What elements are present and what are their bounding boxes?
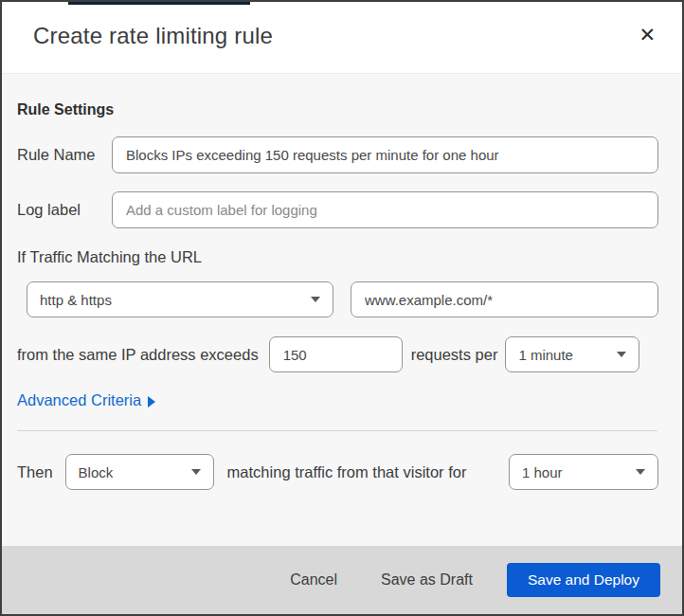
duration-select[interactable]: 1 hour	[509, 454, 658, 490]
triangle-right-icon	[148, 396, 155, 408]
threshold-row: from the same IP address exceeds request…	[17, 336, 658, 372]
advanced-criteria-link[interactable]: Advanced Criteria	[17, 391, 155, 409]
chevron-down-icon	[636, 469, 645, 475]
action-select[interactable]: Block	[65, 454, 214, 490]
save-and-deploy-button[interactable]: Save and Deploy	[507, 563, 660, 597]
dialog-title: Create rate limiting rule	[33, 19, 273, 49]
close-icon[interactable]: ✕	[629, 19, 665, 50]
chevron-down-icon	[311, 297, 320, 302]
period-select[interactable]: 1 minute	[505, 336, 639, 372]
action-row: Then Block matching traffic from that vi…	[17, 454, 658, 490]
scheme-select[interactable]: http & https	[27, 281, 333, 317]
dialog-body: Rule Settings Rule Name Log label If Tra…	[2, 74, 682, 546]
background-page-sliver	[68, 2, 250, 5]
chevron-down-icon	[191, 469, 201, 475]
period-select-value: 1 minute	[518, 347, 573, 363]
then-prefix-text: Then	[17, 463, 53, 481]
save-as-draft-button[interactable]: Save as Draft	[364, 564, 490, 596]
chevron-down-icon	[617, 352, 626, 357]
request-count-input[interactable]	[269, 336, 403, 372]
duration-select-value: 1 hour	[522, 464, 563, 480]
section-divider	[17, 430, 657, 431]
advanced-criteria-label: Advanced Criteria	[17, 391, 141, 409]
rule-name-input[interactable]	[112, 136, 658, 173]
dialog-footer: Cancel Save as Draft Save and Deploy	[2, 546, 682, 614]
log-label-label: Log label	[17, 201, 112, 219]
dialog-header: Create rate limiting rule ✕	[2, 2, 682, 74]
log-label-input[interactable]	[112, 191, 658, 228]
cancel-button[interactable]: Cancel	[273, 564, 354, 596]
action-select-value: Block	[79, 464, 114, 480]
rule-name-row: Rule Name	[17, 136, 658, 173]
create-rate-limiting-rule-dialog: Create rate limiting rule ✕ Rule Setting…	[0, 0, 684, 616]
log-label-row: Log label	[17, 191, 658, 228]
url-pattern-input[interactable]	[351, 281, 658, 317]
action-middle-text: matching traffic from that visitor for	[227, 463, 467, 481]
traffic-match-row: http & https	[27, 281, 658, 317]
traffic-match-heading: If Traffic Matching the URL	[17, 248, 658, 266]
threshold-middle-text: requests per	[411, 346, 498, 364]
threshold-prefix-text: from the same IP address exceeds	[17, 346, 259, 364]
rule-name-label: Rule Name	[17, 146, 112, 164]
scheme-select-value: http & https	[40, 292, 112, 308]
rule-settings-heading: Rule Settings	[17, 101, 658, 118]
